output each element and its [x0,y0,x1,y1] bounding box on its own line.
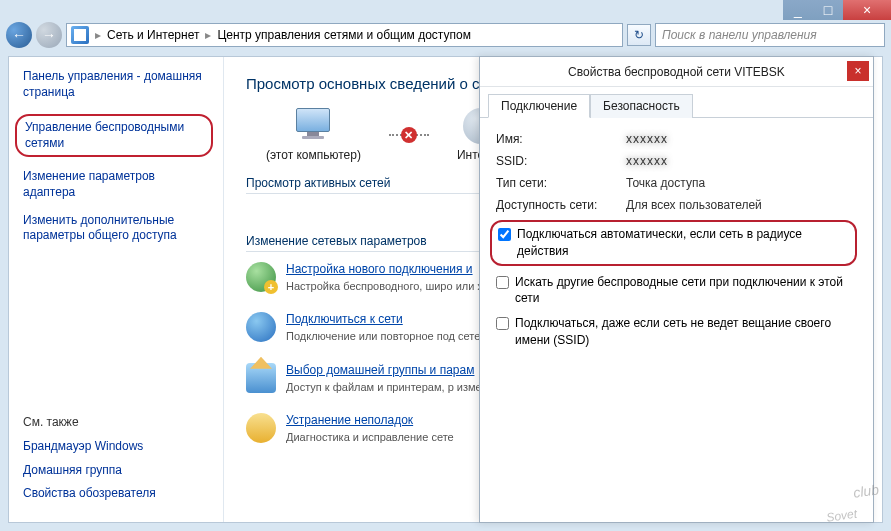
checkbox-auto-connect[interactable]: Подключаться автоматически, если сеть в … [490,220,857,266]
sidebar-see-also: См. также [23,415,209,429]
task-desc: Диагностика и исправление сете [286,430,454,445]
checkbox-label: Подключаться автоматически, если сеть в … [517,226,849,260]
sidebar-item-sharing[interactable]: Изменить дополнительные параметры общего… [23,213,209,244]
checkbox-hidden-ssid[interactable]: Подключаться, даже если сеть не ведет ве… [496,315,857,349]
node-pc-label: (этот компьютер) [266,148,361,162]
navigation-bar: ← → ▸ Сеть и Интернет ▸ Центр управления… [0,18,891,52]
prop-ssid: SSID: xxxxxx [496,154,857,168]
dialog-body: Имя: xxxxxx SSID: xxxxxx Тип сети: Точка… [480,118,873,371]
computer-icon [292,108,334,144]
window-chrome-buttons: _ □ × [783,0,891,20]
task-link[interactable]: Устранение неполадок [286,413,454,427]
search-input[interactable]: Поиск в панели управления [655,23,885,47]
forward-button[interactable]: → [36,22,62,48]
prop-value: Точка доступа [626,176,705,190]
checkbox-input[interactable] [496,317,509,330]
tab-security[interactable]: Безопасность [590,94,693,118]
dialog-title: Свойства беспроводной сети VITEBSK [568,65,785,79]
back-button[interactable]: ← [6,22,32,48]
sidebar-item-adapter[interactable]: Изменение параметров адаптера [23,169,209,200]
breadcrumb-sharing-center[interactable]: Центр управления сетями и общим доступом [217,28,471,42]
prop-name: Имя: xxxxxx [496,132,857,146]
network-node-pc[interactable]: (этот компьютер) [266,108,361,162]
address-bar[interactable]: ▸ Сеть и Интернет ▸ Центр управления сет… [66,23,623,47]
network-link-broken: ✕ [389,134,429,136]
prop-type: Тип сети: Точка доступа [496,176,857,190]
control-panel-icon [71,26,89,44]
breadcrumb-net[interactable]: Сеть и Интернет [107,28,199,42]
sidebar: Панель управления - домашняя страница Уп… [9,57,224,522]
sidebar-item-wireless[interactable]: Управление беспроводными сетями [15,114,213,157]
new-connection-icon [246,262,276,292]
sidebar-sub-browser[interactable]: Свойства обозревателя [23,486,209,502]
checkbox-search-others[interactable]: Искать другие беспроводные сети при подк… [496,274,857,308]
sidebar-home-link[interactable]: Панель управления - домашняя страница [23,69,209,100]
dialog-close-button[interactable]: × [847,61,869,81]
active-networks-heading: Просмотр активных сетей [246,176,390,190]
prop-key: Тип сети: [496,176,626,190]
close-button[interactable]: × [843,0,891,20]
sidebar-sub-firewall[interactable]: Брандмауэр Windows [23,439,209,455]
sidebar-sub-homegroup[interactable]: Домашняя группа [23,463,209,479]
prop-value: xxxxxx [626,154,668,168]
prop-availability: Доступность сети: Для всех пользователей [496,198,857,212]
connect-icon [246,312,276,342]
prop-key: Доступность сети: [496,198,626,212]
checkbox-label: Искать другие беспроводные сети при подк… [515,274,857,308]
homegroup-icon [246,363,276,393]
prop-value: Для всех пользователей [626,198,762,212]
wireless-properties-dialog: Свойства беспроводной сети VITEBSK × Под… [479,56,874,523]
breadcrumb-sep: ▸ [205,28,211,42]
breadcrumb-sep: ▸ [95,28,101,42]
checkbox-label: Подключаться, даже если сеть не ведет ве… [515,315,857,349]
maximize-button[interactable]: □ [813,0,843,20]
dialog-tabs: Подключение Безопасность [480,87,873,118]
error-x-icon: ✕ [401,127,417,143]
prop-value: xxxxxx [626,132,668,146]
tab-connection[interactable]: Подключение [488,94,590,118]
troubleshoot-icon [246,413,276,443]
checkbox-input[interactable] [496,276,509,289]
refresh-button[interactable]: ↻ [627,24,651,46]
checkbox-input[interactable] [498,228,511,241]
minimize-button[interactable]: _ [783,0,813,20]
dialog-title-bar[interactable]: Свойства беспроводной сети VITEBSK × [480,57,873,87]
prop-key: SSID: [496,154,626,168]
prop-key: Имя: [496,132,626,146]
